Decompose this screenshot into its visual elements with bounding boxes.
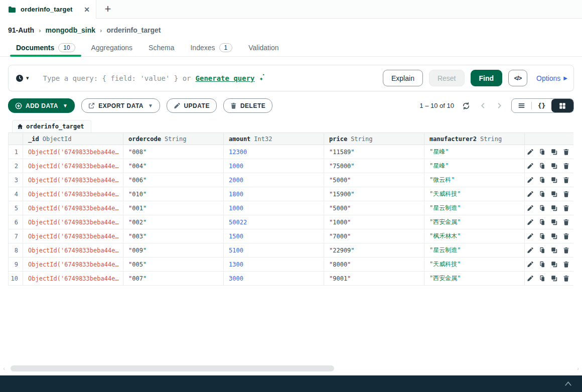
edit-document-icon[interactable] [527, 261, 533, 268]
table-row[interactable]: 6ObjectId('6749833beba44e…"002"50022"100… [9, 215, 573, 229]
cell-manufacturer2: "星云制造" [424, 201, 525, 215]
copy-document-icon[interactable] [539, 275, 545, 282]
tab-validation[interactable]: Validation [240, 39, 286, 56]
chevron-up-icon[interactable] [564, 381, 572, 386]
refresh-icon[interactable] [461, 101, 471, 111]
code-view-toggle-button[interactable]: </> [508, 70, 527, 86]
clone-document-icon[interactable] [551, 149, 557, 155]
new-tab-button[interactable]: + [96, 0, 119, 18]
explain-button[interactable]: Explain [383, 70, 423, 86]
edit-document-icon[interactable] [527, 163, 533, 169]
clone-document-icon[interactable] [551, 261, 557, 268]
delete-document-icon[interactable] [563, 261, 569, 268]
json-view-button[interactable]: {} [532, 99, 551, 112]
update-label: UPDATE [184, 102, 209, 109]
query-placeholder-text: Type a query: { field: 'value' } or [43, 74, 191, 82]
table-row[interactable]: 10ObjectId('6749833beba44e…"007"3000"900… [9, 272, 573, 286]
copy-document-icon[interactable] [539, 219, 545, 225]
edit-document-icon[interactable] [527, 177, 533, 183]
edit-document-icon[interactable] [527, 191, 533, 197]
previous-page-button[interactable] [478, 101, 488, 110]
table-row[interactable]: 8ObjectId('6749833beba44e…"009"5100"2290… [9, 243, 573, 257]
delete-document-icon[interactable] [563, 247, 569, 253]
breadcrumb: 91-Auth › mongodb_sink › orderinfo_targe… [0, 19, 582, 39]
find-button[interactable]: Find [471, 70, 503, 86]
table-row[interactable]: 7ObjectId('6749833beba44e…"003"1500"7000… [9, 229, 573, 243]
tab-documents[interactable]: Documents10 [8, 39, 83, 56]
clone-document-icon[interactable] [551, 219, 557, 225]
update-button[interactable]: UPDATE [167, 98, 216, 113]
tab-indexes[interactable]: Indexes1 [182, 39, 240, 56]
clone-document-icon[interactable] [551, 247, 557, 253]
row-number: 9 [9, 257, 23, 271]
trash-icon [230, 102, 237, 109]
cell-manufacturer2: "天威科技" [424, 257, 525, 271]
tab-schema[interactable]: Schema [140, 39, 182, 56]
copy-document-icon[interactable] [539, 261, 545, 268]
generate-query-link[interactable]: Generate query [196, 74, 255, 82]
cell-amount: 5100 [224, 243, 324, 257]
row-number: 3 [9, 173, 23, 187]
clone-document-icon[interactable] [551, 205, 557, 211]
workspace-tab[interactable]: orderinfo_target ✕ [0, 0, 96, 19]
table-row[interactable]: 2ObjectId('6749833beba44e…"004"1000"7500… [9, 159, 573, 173]
delete-document-icon[interactable] [563, 191, 569, 197]
scroll-right-icon[interactable]: › [574, 365, 582, 371]
clone-document-icon[interactable] [551, 177, 557, 183]
clone-document-icon[interactable] [551, 191, 557, 197]
table-row[interactable]: 1ObjectId('6749833beba44e…"008"12300"115… [9, 145, 573, 159]
delete-document-icon[interactable] [563, 233, 569, 239]
edit-document-icon[interactable] [527, 205, 533, 211]
edit-document-icon[interactable] [527, 275, 533, 282]
table-view-button[interactable] [551, 99, 573, 112]
copy-document-icon[interactable] [539, 205, 545, 211]
breadcrumb-database[interactable]: mongodb_sink [45, 26, 95, 34]
add-data-button[interactable]: ADD DATA ▼ [8, 98, 75, 113]
delete-document-icon[interactable] [563, 149, 569, 155]
scroll-left-icon[interactable]: ‹ [0, 365, 8, 371]
copy-document-icon[interactable] [539, 247, 545, 253]
list-view-button[interactable] [512, 99, 531, 112]
table-row[interactable]: 5ObjectId('6749833beba44e…"001"1000"5000… [9, 201, 573, 215]
delete-document-icon[interactable] [563, 177, 569, 183]
tab-label: Documents [16, 44, 54, 52]
clone-document-icon[interactable] [551, 163, 557, 169]
cell-ordercode: "005" [123, 257, 224, 271]
query-bar[interactable]: ▾ Type a query: { field: 'value' } or Ge… [8, 65, 574, 91]
reset-button[interactable]: Reset [429, 70, 465, 86]
edit-document-icon[interactable] [527, 233, 533, 239]
plus-circle-icon [15, 102, 22, 109]
delete-document-icon[interactable] [563, 205, 569, 211]
table-row[interactable]: 3ObjectId('6749833beba44e…"006"2000"5000… [9, 173, 573, 187]
query-options-toggle[interactable]: Options ▶ [536, 74, 567, 82]
edit-document-icon[interactable] [527, 247, 533, 253]
cell-price: "15900" [324, 187, 424, 201]
copy-document-icon[interactable] [539, 233, 545, 239]
query-input[interactable]: Type a query: { field: 'value' } or Gene… [43, 74, 383, 82]
close-tab-icon[interactable]: ✕ [84, 6, 90, 13]
edit-document-icon[interactable] [527, 219, 533, 225]
delete-button[interactable]: DELETE [223, 98, 272, 113]
delete-document-icon[interactable] [563, 275, 569, 282]
query-history-button[interactable]: ▾ [16, 74, 29, 82]
horizontal-scrollbar-thumb[interactable] [11, 365, 334, 371]
export-data-button[interactable]: EXPORT DATA ▼ [81, 98, 160, 113]
tab-aggregations[interactable]: Aggregations [83, 39, 141, 56]
clone-document-icon[interactable] [551, 275, 557, 282]
copy-document-icon[interactable] [539, 177, 545, 183]
table-row[interactable]: 9ObjectId('6749833beba44e…"005"1300"8000… [9, 257, 573, 272]
edit-document-icon[interactable] [527, 149, 533, 155]
next-page-button[interactable] [495, 101, 504, 110]
chevron-down-icon: ▼ [63, 103, 68, 108]
copy-document-icon[interactable] [539, 149, 545, 155]
copy-document-icon[interactable] [539, 191, 545, 197]
cell-amount: 1800 [224, 187, 324, 201]
table-row[interactable]: 4ObjectId('6749833beba44e…"010"1800"1590… [9, 187, 573, 201]
delete-document-icon[interactable] [563, 219, 569, 225]
breadcrumb-collection[interactable]: orderinfo_target [106, 26, 161, 34]
delete-document-icon[interactable] [563, 163, 569, 169]
breadcrumb-database-group[interactable]: 91-Auth [8, 26, 34, 34]
clone-document-icon[interactable] [551, 233, 557, 239]
copy-document-icon[interactable] [539, 163, 545, 169]
triangle-right-icon: ▶ [563, 75, 567, 81]
